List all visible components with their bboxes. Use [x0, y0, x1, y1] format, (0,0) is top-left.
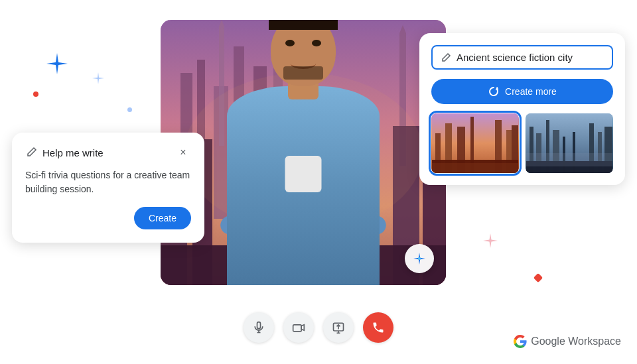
help-write-body: Sci-fi trivia questions for a creative t… [25, 168, 191, 196]
person [210, 40, 396, 285]
camera-button[interactable] [283, 312, 314, 343]
create-button[interactable]: Create [134, 207, 191, 229]
svg-rect-22 [293, 325, 302, 332]
svg-rect-36 [432, 163, 518, 173]
gen-image-2[interactable] [526, 113, 613, 173]
search-value: Ancient science fiction city [457, 52, 604, 63]
help-write-title: Help me write [42, 147, 104, 158]
gen-image-1[interactable] [431, 113, 519, 173]
google-g-icon [514, 335, 527, 348]
help-write-panel: Help me write × Sci-fi trivia questions … [12, 133, 204, 243]
workspace-label: Google Workspace [531, 335, 621, 347]
search-input-row[interactable]: Ancient science fiction city [431, 45, 613, 70]
svg-rect-10 [399, 33, 406, 166]
refresh-icon [488, 86, 500, 97]
deco-dot-red [33, 91, 38, 97]
deco-sparkle-pink [482, 232, 499, 252]
deco-sparkle-blue-small [92, 72, 105, 88]
close-button[interactable]: × [175, 145, 191, 160]
end-call-button[interactable] [363, 312, 393, 343]
gws-logo: Google Workspace [514, 335, 621, 348]
svg-rect-48 [526, 153, 612, 166]
svg-point-18 [418, 257, 421, 260]
create-more-label: Create more [505, 86, 557, 97]
sparkle-btn[interactable] [405, 244, 434, 273]
deco-sparkle-blue-large [45, 52, 69, 78]
present-button[interactable] [323, 312, 354, 343]
deco-dot-red-2 [533, 273, 543, 282]
controls-bar [244, 312, 393, 343]
edit-icon [441, 52, 451, 63]
image-gen-panel: Ancient science fiction city Create more [419, 33, 625, 185]
svg-rect-19 [257, 322, 261, 329]
svg-marker-11 [399, 25, 406, 33]
svg-marker-9 [219, 20, 224, 27]
pencil-icon [25, 147, 37, 158]
generated-images-row [431, 113, 613, 173]
create-more-button[interactable]: Create more [431, 79, 613, 104]
deco-dot-blue [127, 107, 132, 112]
mic-button[interactable] [244, 312, 274, 343]
